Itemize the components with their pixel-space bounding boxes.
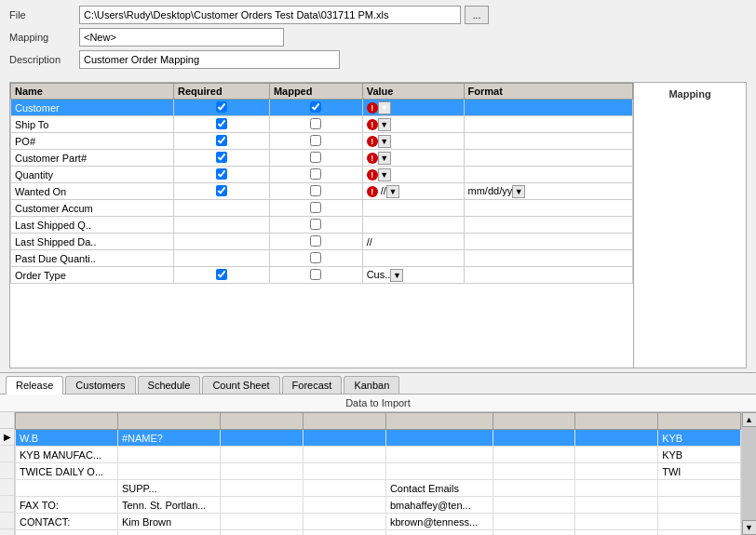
- row-format-cell: [464, 133, 632, 150]
- row-required-cell[interactable]: [174, 217, 270, 234]
- required-checkbox[interactable]: [216, 152, 227, 163]
- mapped-checkbox[interactable]: [310, 101, 321, 113]
- import-table-cell: bmahaffey@ten...: [385, 497, 493, 514]
- scroll-up-button[interactable]: ▲: [742, 412, 757, 427]
- row-required-cell[interactable]: [174, 150, 270, 167]
- row-required-cell[interactable]: [174, 183, 270, 200]
- import-table-row: FAX TO:Tenn. St. Portlan...bmahaffey@ten…: [16, 497, 741, 514]
- tab-count-sheet[interactable]: Count Sheet: [202, 376, 279, 394]
- import-table-cell: 615-323-0518: [117, 530, 220, 536]
- row-mapped-cell[interactable]: [269, 217, 362, 234]
- row-mapped-cell[interactable]: [269, 267, 362, 284]
- row-required-cell[interactable]: [174, 250, 270, 267]
- mapping-row[interactable]: Customer Part#!▼: [11, 150, 633, 167]
- description-input[interactable]: [79, 50, 340, 69]
- import-table-cell: [304, 447, 386, 463]
- browse-button[interactable]: ...: [465, 6, 489, 24]
- import-table-row: CONTACT:Kim Brownkbrown@tenness...: [16, 514, 741, 530]
- format-dropdown-arrow[interactable]: ▼: [512, 185, 525, 198]
- required-checkbox[interactable]: [216, 168, 227, 180]
- value-dropdown-arrow[interactable]: ▼: [378, 118, 391, 131]
- row-value-cell: //: [362, 234, 464, 250]
- row-required-cell[interactable]: [174, 267, 270, 284]
- row-mapped-cell[interactable]: [269, 133, 362, 150]
- row-format-cell: [464, 250, 632, 267]
- error-icon: !: [367, 102, 378, 114]
- required-checkbox[interactable]: [216, 118, 227, 129]
- row-value-cell: !▼: [362, 133, 464, 150]
- row-required-cell[interactable]: [174, 100, 270, 116]
- mapped-checkbox[interactable]: [310, 219, 321, 230]
- import-table-row: KYB MANUFAC...KYB: [16, 447, 741, 463]
- row-mapped-cell[interactable]: [269, 234, 362, 250]
- value-dropdown-arrow[interactable]: ▼: [386, 185, 399, 198]
- row-mapped-cell[interactable]: [269, 250, 362, 267]
- mapping-row[interactable]: Quantity!▼: [11, 167, 633, 183]
- import-table-cell: W.B: [16, 430, 118, 447]
- mapped-checkbox[interactable]: [310, 185, 321, 196]
- mapping-row[interactable]: Ship To!▼: [11, 116, 633, 133]
- row-mapped-cell[interactable]: [269, 167, 362, 183]
- mapped-checkbox[interactable]: [310, 235, 321, 247]
- tab-release[interactable]: Release: [6, 376, 63, 395]
- col-header-format: Format: [464, 84, 632, 100]
- mapping-row[interactable]: Last Shipped Q..: [11, 217, 633, 234]
- mapping-row[interactable]: Last Shipped Da.. //: [11, 234, 633, 250]
- row-mapped-cell[interactable]: [269, 150, 362, 167]
- import-table-cell: [117, 463, 220, 480]
- mapping-row[interactable]: Past Due Quanti..: [11, 250, 633, 267]
- row-required-cell[interactable]: [174, 234, 270, 250]
- required-checkbox[interactable]: [216, 269, 227, 280]
- tab-kanban[interactable]: Kanban: [344, 376, 399, 394]
- import-table-cell: Contact Emails: [385, 480, 493, 497]
- mapping-row[interactable]: Customer Accum: [11, 200, 633, 217]
- import-table: W.B#NAME?KYBKYB MANUFAC...KYBTWICE DAILY…: [15, 412, 741, 535]
- mapped-checkbox[interactable]: [310, 252, 321, 263]
- row-required-cell[interactable]: [174, 116, 270, 133]
- import-col-header: [221, 413, 304, 430]
- mapped-checkbox[interactable]: [310, 168, 321, 180]
- mapped-checkbox[interactable]: [310, 269, 321, 280]
- tab-forecast[interactable]: Forecast: [282, 376, 343, 394]
- row-required-cell[interactable]: [174, 200, 270, 217]
- mapped-checkbox[interactable]: [310, 135, 321, 146]
- value-dropdown-arrow[interactable]: ▼: [390, 269, 403, 282]
- import-table-cell: TWI: [658, 463, 741, 480]
- required-checkbox[interactable]: [216, 185, 227, 196]
- vertical-scrollbar[interactable]: ▲ ▼: [741, 412, 756, 535]
- required-checkbox[interactable]: [216, 135, 227, 146]
- import-table-cell: kbrown@tenness...: [385, 514, 493, 530]
- tab-schedule[interactable]: Schedule: [138, 376, 201, 394]
- row-required-cell[interactable]: [174, 167, 270, 183]
- import-col-header: [575, 413, 658, 430]
- value-dropdown-arrow[interactable]: ▼: [378, 168, 391, 181]
- value-dropdown-arrow[interactable]: ▼: [378, 152, 391, 165]
- row-format-cell: [464, 200, 632, 217]
- import-table-cell: [575, 530, 658, 536]
- row-mapped-cell[interactable]: [269, 100, 362, 116]
- mapping-input[interactable]: [79, 28, 284, 47]
- mapped-checkbox[interactable]: [310, 202, 321, 213]
- value-dropdown-arrow[interactable]: ▼: [378, 135, 391, 148]
- row-mapped-cell[interactable]: [269, 116, 362, 133]
- mapping-row[interactable]: PO#!▼: [11, 133, 633, 150]
- mapped-checkbox[interactable]: [310, 152, 321, 163]
- row-mapped-cell[interactable]: [269, 183, 362, 200]
- value-dropdown-arrow[interactable]: ▼: [378, 101, 391, 114]
- import-table-cell: [493, 480, 575, 497]
- import-table-cell: [658, 514, 741, 530]
- row-indicator: [0, 446, 14, 462]
- import-table-cell: [385, 463, 493, 480]
- row-value-cell: !▼: [362, 116, 464, 133]
- mapping-row[interactable]: Customer!▼: [11, 100, 633, 116]
- mapped-checkbox[interactable]: [310, 118, 321, 129]
- row-required-cell[interactable]: [174, 133, 270, 150]
- scroll-down-button[interactable]: ▼: [742, 520, 757, 535]
- row-mapped-cell[interactable]: [269, 200, 362, 217]
- import-table-wrap[interactable]: W.B#NAME?KYBKYB MANUFAC...KYBTWICE DAILY…: [15, 412, 741, 535]
- required-checkbox[interactable]: [216, 101, 227, 113]
- file-input[interactable]: [79, 6, 461, 24]
- mapping-row[interactable]: Wanted On! //▼mm/dd/yy▼: [11, 183, 633, 200]
- mapping-row[interactable]: Order Type Cus..▼: [11, 267, 633, 284]
- tab-customers[interactable]: Customers: [65, 376, 135, 394]
